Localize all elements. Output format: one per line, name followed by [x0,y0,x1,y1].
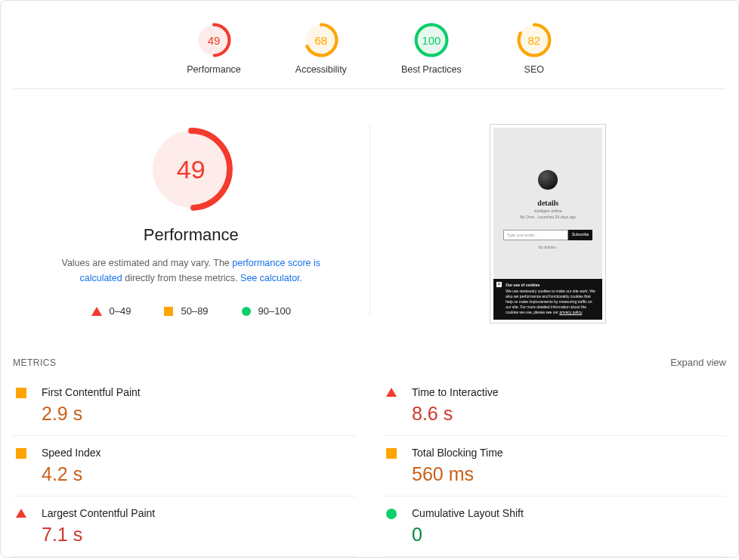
preview-email-input: Type your email… [503,230,568,240]
legend-range: 50–89 [181,305,208,317]
legend-average: 50–89 [164,305,208,317]
preview-nothanks: No thanks › [538,245,558,249]
metric-total-blocking-time[interactable]: Total Blocking Time 560 ms [383,436,726,497]
desc-text: Values are estimated and may vary. The [61,258,232,268]
metric-value: 560 ms [412,463,503,485]
preview-title: details [537,199,558,207]
metric-name: Largest Contentful Paint [42,507,155,519]
preview-logo-icon [538,170,558,190]
preview-byline: By Chris · Launched 24 days ago [520,215,576,219]
score-value: 68 [303,22,339,58]
score-label: Accessibility [295,64,347,75]
metric-cumulative-layout-shift[interactable]: Cumulative Layout Shift 0 [383,497,726,557]
metric-speed-index[interactable]: Speed Index 4.2 s [13,436,356,497]
score-value: 49 [196,22,232,58]
lighthouse-report-card: 49 Performance 68 Accessibility 100 [0,0,739,558]
square-orange-icon [164,307,173,316]
metric-value: 7.1 s [42,524,155,546]
score-accessibility[interactable]: 68 Accessibility [295,22,347,75]
gauge-performance-large: 49 [146,124,237,215]
page-screenshot-container: details intelligent artifice By Chris · … [370,124,727,323]
metric-name: Cumulative Layout Shift [412,507,524,519]
category-detail-section: 49 Performance Values are estimated and … [13,89,726,354]
metrics-grid: First Contentful Paint 2.9 s Time to Int… [13,376,726,557]
score-performance[interactable]: 49 Performance [187,22,241,75]
see-calculator-link[interactable]: See calculator. [240,273,302,283]
score-seo[interactable]: 82 SEO [516,22,552,75]
triangle-red-icon [16,509,26,518]
legend-pass: 90–100 [242,305,291,317]
page-screenshot: details intelligent artifice By Chris · … [490,124,606,323]
scores-row: 49 Performance 68 Accessibility 100 [13,13,726,89]
preview-cookie-title: Our use of cookies [506,283,598,288]
metric-name: Total Blocking Time [412,447,503,459]
metric-value: 2.9 s [42,403,141,425]
metric-time-to-interactive[interactable]: Time to Interactive 8.6 s [383,376,726,436]
category-description: Values are estimated and may vary. The p… [40,255,342,286]
metric-largest-contentful-paint[interactable]: Largest Contentful Paint 7.1 s [13,497,356,557]
metric-first-contentful-paint[interactable]: First Contentful Paint 2.9 s [13,376,356,436]
metric-value: 4.2 s [42,463,101,485]
metrics-header: METRICS Expand view [13,354,726,376]
preview-email-row: Type your email… Subscribe [503,230,592,240]
legend-fail: 0–49 [91,305,131,317]
square-orange-icon [386,448,397,459]
score-label: Best Practices [401,64,462,75]
gauge-performance: 49 [196,22,232,58]
preview-cookie-banner: ✕ Our use of cookies We use necessary co… [493,279,602,320]
circle-green-icon [242,307,251,316]
preview-subtitle: intelligent artifice [534,209,562,213]
legend-range: 90–100 [258,305,291,317]
score-label: Performance [187,64,241,75]
metric-name: First Contentful Paint [42,386,141,398]
metric-name: Time to Interactive [412,386,499,398]
gauge-accessibility: 68 [303,22,339,58]
category-title: Performance [31,225,351,245]
preview-cookie-body: We use necessary cookies to make our sit… [506,289,595,314]
circle-green-icon [386,509,397,519]
triangle-red-icon [91,307,102,316]
expand-view-button[interactable]: Expand view [670,357,726,368]
score-best-practices[interactable]: 100 Best Practices [401,22,462,75]
score-label: SEO [516,64,552,75]
desc-text: directly from these metrics. [122,273,240,283]
metric-name: Speed Index [42,447,101,459]
gauge-seo: 82 [516,22,552,58]
metrics-title: METRICS [13,357,57,368]
score-value-large: 49 [146,124,237,215]
metric-value: 0 [412,524,524,546]
score-value: 100 [413,22,450,58]
preview-subscribe-button: Subscribe [568,230,592,240]
score-legend: 0–49 50–89 90–100 [31,305,351,317]
legend-range: 0–49 [110,305,131,317]
gauge-best-practices: 100 [413,22,450,58]
square-orange-icon [16,388,26,398]
metric-value: 8.6 s [412,403,499,425]
preview-cookie-link: privacy policy [559,310,582,314]
preview-cookie-close-icon: ✕ [496,282,502,287]
score-value: 82 [516,22,552,58]
triangle-red-icon [386,388,397,397]
category-detail-left: 49 Performance Values are estimated and … [13,124,370,317]
square-orange-icon [16,448,26,459]
